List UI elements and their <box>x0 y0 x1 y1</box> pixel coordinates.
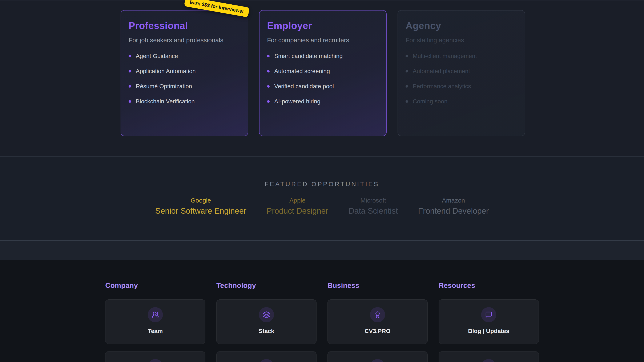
icon-circle <box>370 359 385 362</box>
footer-card-label: Blog | Updates <box>468 328 509 335</box>
plan-feature: Multi-client management <box>406 53 517 59</box>
footer-card-partial[interactable] <box>216 351 316 362</box>
footer-column-technology: Technology Stack <box>216 281 316 362</box>
job-item-microsoft[interactable]: Microsoft Data Scientist <box>348 197 398 215</box>
feature-label: Performance analytics <box>413 83 471 89</box>
footer-heading: Business <box>328 281 428 289</box>
job-company: Microsoft <box>348 197 398 204</box>
plan-subtitle: For job seekers and professionals <box>128 37 240 43</box>
layers-icon <box>263 311 270 318</box>
feature-label: Application Automation <box>136 68 196 74</box>
plan-card-agency: Agency For staffing agencies Multi-clien… <box>398 10 525 136</box>
feature-label: Smart candidate matching <box>274 53 342 59</box>
footer-card-label: Stack <box>259 328 274 335</box>
feature-label: Verified candidate pool <box>274 83 334 89</box>
job-item-apple[interactable]: Apple Product Designer <box>267 197 328 215</box>
bullet-dot-icon <box>267 100 270 103</box>
plans-row: Professional For job seekers and profess… <box>120 10 525 136</box>
feature-label: Coming soon... <box>413 99 452 104</box>
footer-card-cv3pro[interactable]: CV3.PRO <box>328 299 428 344</box>
plan-features: Smart candidate matching Automated scree… <box>267 53 378 104</box>
footer-heading: Company <box>105 281 206 289</box>
plan-feature: AI-powered hiring <box>267 99 378 104</box>
plan-feature: Coming soon... <box>406 99 517 104</box>
users-icon <box>152 311 159 318</box>
icon-circle <box>148 307 163 322</box>
award-icon <box>374 311 381 318</box>
plan-features: Multi-client management Automated placem… <box>406 53 517 104</box>
footer-card-partial[interactable] <box>438 351 539 362</box>
footer-card-label: Team <box>148 328 163 335</box>
bullet-dot-icon <box>406 100 408 103</box>
icon-circle <box>370 307 385 322</box>
plan-features: Agent Guidance Application Automation Ré… <box>128 53 240 104</box>
footer-card-partial[interactable] <box>328 351 428 362</box>
plan-feature: Application Automation <box>128 68 240 74</box>
job-company: Amazon <box>418 197 489 204</box>
plan-title: Agency <box>406 20 517 31</box>
bullet-dot-icon <box>406 70 408 72</box>
feature-label: Multi-client management <box>413 53 477 59</box>
plan-feature: Verified candidate pool <box>267 83 378 89</box>
plan-feature: Performance analytics <box>406 83 517 89</box>
icon-circle <box>259 307 274 322</box>
footer-column-resources: Resources Blog | Updates <box>438 281 539 362</box>
footer-column-company: Company Team <box>105 281 206 362</box>
job-item-amazon[interactable]: Amazon Frontend Developer <box>418 197 489 215</box>
icon-circle <box>148 359 163 362</box>
bullet-dot-icon <box>406 85 408 88</box>
footer-card-partial[interactable] <box>105 351 206 362</box>
job-title: Senior Software Engineer <box>155 206 246 215</box>
footer-grid: Company Team Technology <box>105 260 539 362</box>
jobs-row: Google Senior Software Engineer Apple Pr… <box>0 197 644 215</box>
job-title: Product Designer <box>267 206 328 215</box>
footer-card-team[interactable]: Team <box>105 299 206 344</box>
bullet-dot-icon <box>267 55 270 57</box>
feature-label: AI-powered hiring <box>274 99 320 104</box>
plan-feature: Blockchain Verification <box>128 99 240 104</box>
feature-label: Automated screening <box>274 68 330 74</box>
footer-column-business: Business CV3.PRO <box>328 281 428 362</box>
footer-heading: Technology <box>216 281 316 289</box>
bullet-dot-icon <box>267 85 270 88</box>
message-square-icon <box>485 311 492 318</box>
plan-feature: Automated screening <box>267 68 378 74</box>
bullet-dot-icon <box>128 85 131 88</box>
footer-card-label: CV3.PRO <box>365 328 390 335</box>
plan-card-professional[interactable]: Professional For job seekers and profess… <box>120 10 248 136</box>
featured-opportunities-section: FEATURED OPPORTUNITIES Google Senior Sof… <box>0 157 644 240</box>
featured-heading: FEATURED OPPORTUNITIES <box>0 157 644 188</box>
icon-circle <box>481 307 496 322</box>
job-item-google[interactable]: Google Senior Software Engineer <box>155 197 246 215</box>
job-title: Data Scientist <box>348 206 398 215</box>
bullet-dot-icon <box>128 70 131 72</box>
footer-heading: Resources <box>438 281 539 289</box>
bullet-dot-icon <box>406 55 408 57</box>
footer-card-blog[interactable]: Blog | Updates <box>438 299 539 344</box>
plan-feature: Résumé Optimization <box>128 83 240 89</box>
job-title: Frontend Developer <box>418 206 489 215</box>
bullet-dot-icon <box>128 55 131 57</box>
plan-feature: Agent Guidance <box>128 53 240 59</box>
job-company: Apple <box>267 197 328 204</box>
plan-feature: Automated placement <box>406 68 517 74</box>
footer-card-stack[interactable]: Stack <box>216 299 316 344</box>
feature-label: Automated placement <box>413 68 470 74</box>
bullet-dot-icon <box>267 70 270 72</box>
plan-subtitle: For staffing agencies <box>406 37 517 43</box>
plan-title: Employer <box>267 20 378 31</box>
footer: Company Team Technology <box>0 260 644 362</box>
feature-label: Résumé Optimization <box>136 83 192 89</box>
plan-feature: Smart candidate matching <box>267 53 378 59</box>
plans-section: Professional For job seekers and profess… <box>0 0 644 157</box>
bullet-dot-icon <box>128 100 131 103</box>
feature-label: Blockchain Verification <box>136 99 195 104</box>
plan-card-employer[interactable]: Employer For companies and recruiters Sm… <box>259 10 386 136</box>
icon-circle <box>481 359 496 362</box>
plan-subtitle: For companies and recruiters <box>267 37 378 43</box>
feature-label: Agent Guidance <box>136 53 178 59</box>
job-company: Google <box>155 197 246 204</box>
top-divider <box>0 0 644 0</box>
plan-title: Professional <box>128 20 240 31</box>
icon-circle <box>259 359 274 362</box>
